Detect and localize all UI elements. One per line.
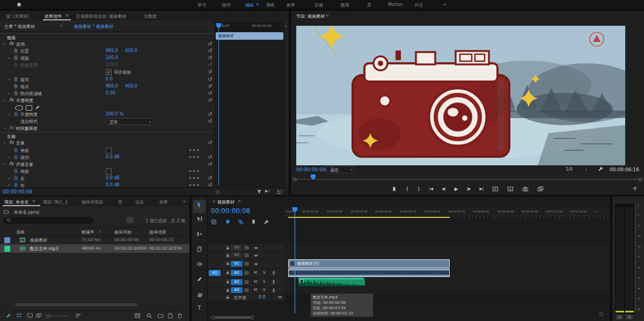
ec-group-time-remap[interactable]: > fx 时间重映射: [0, 125, 213, 132]
add-marker-button[interactable]: [391, 186, 397, 192]
automate-to-sequence-button[interactable]: [134, 312, 141, 319]
tab-libraries[interactable]: 库: [118, 199, 122, 205]
tab-effect-controls[interactable]: 效果控件: [45, 13, 62, 19]
home-icon[interactable]: [16, 2, 22, 8]
clip-audio-selected[interactable]: [288, 268, 450, 277]
timeline-panel-menu-icon[interactable]: ≡: [238, 199, 241, 203]
ec-timecode[interactable]: 00:00:00:08: [3, 189, 32, 194]
solo-button[interactable]: S: [263, 280, 265, 284]
expand-icon[interactable]: >: [8, 91, 10, 95]
sync-lock-icon[interactable]: [244, 261, 249, 266]
lock-icon[interactable]: [225, 295, 230, 300]
lock-icon[interactable]: [225, 279, 230, 284]
master-gain-value[interactable]: 0.0: [259, 295, 266, 300]
track-target-a3[interactable]: A3: [231, 287, 243, 293]
search-bin-icon[interactable]: [126, 217, 134, 223]
workspace-editing-menu-icon[interactable]: ≡: [256, 2, 259, 6]
resolution-arrow-icon[interactable]: ∨: [585, 167, 587, 171]
extract-button[interactable]: [507, 186, 514, 192]
nested-sequence-toggle-icon[interactable]: [211, 219, 217, 225]
step-back-button[interactable]: ◀|: [442, 187, 446, 191]
reset-icon[interactable]: ↺: [208, 154, 212, 160]
collapse-icon[interactable]: ∨: [3, 141, 5, 144]
workspace-effects[interactable]: 效果: [287, 2, 295, 8]
stopwatch-icon[interactable]: [13, 84, 19, 89]
sync-lock-icon[interactable]: [244, 245, 249, 250]
export-frame-button[interactable]: [522, 186, 529, 192]
expand-icon[interactable]: >: [3, 126, 6, 130]
collapse-icon[interactable]: ∨: [3, 162, 5, 166]
ec-group-opacity[interactable]: ∨ fx 不透明度 ↺: [0, 97, 213, 104]
timeline-timecode[interactable]: 00:00:00:08: [211, 207, 250, 215]
expand-icon[interactable]: >: [8, 155, 10, 159]
solo-button[interactable]: S: [263, 271, 265, 275]
column-rate[interactable]: 帧速率: [82, 229, 94, 235]
workspace-editing[interactable]: 编辑: [245, 2, 254, 8]
razor-tool[interactable]: [193, 246, 206, 258]
mini-playhead-marker[interactable]: [216, 23, 221, 28]
ec-master-clip-selector[interactable]: 主要 * 视频素材: [4, 24, 35, 30]
scale-value[interactable]: 100.0: [106, 55, 118, 60]
mark-in-button[interactable]: {: [406, 186, 409, 192]
settings-wrench-icon[interactable]: [598, 166, 604, 172]
ellipse-mask-icon[interactable]: [15, 105, 23, 111]
reset-icon[interactable]: ↺: [208, 161, 212, 167]
workspace-audio[interactable]: 音频: [314, 2, 323, 8]
tab-media-browser[interactable]: 媒体浏览器: [82, 199, 103, 205]
sync-lock-icon[interactable]: [244, 288, 249, 293]
track-target-v3[interactable]: V3: [231, 245, 243, 251]
collapse-icon[interactable]: ∨: [3, 42, 5, 46]
opacity-value[interactable]: 100.0 %: [106, 112, 123, 116]
reset-icon[interactable]: ↺: [208, 97, 212, 104]
playback-resolution-dropdown[interactable]: 1/4: [566, 167, 573, 172]
collapse-icon[interactable]: ∨: [3, 98, 5, 102]
blend-mode-dropdown[interactable]: 正常 ∨: [106, 118, 154, 125]
lock-icon[interactable]: [225, 245, 230, 250]
scroll-track-end[interactable]: [599, 312, 603, 316]
new-item-button[interactable]: [167, 312, 173, 319]
track-target-v1[interactable]: V1: [231, 261, 243, 267]
ec-section-audio[interactable]: 音频 ▲: [0, 132, 213, 140]
clip-video-selected[interactable]: 视频素材 [V]: [288, 259, 450, 268]
tab-effect-controls-menu-icon[interactable]: ≡: [65, 13, 69, 18]
solo-right-button[interactable]: S: [626, 315, 633, 319]
stopwatch-icon[interactable]: [13, 155, 19, 160]
workspace-libraries[interactable]: 库: [367, 2, 371, 8]
go-to-out-button[interactable]: ▶|: [479, 187, 484, 191]
project-panel-menu-icon[interactable]: ≡: [32, 199, 35, 203]
icon-view-button[interactable]: [27, 312, 33, 319]
hand-tool[interactable]: [193, 291, 206, 303]
bypass-checkbox[interactable]: [106, 148, 112, 154]
mark-out-button[interactable]: }: [418, 186, 421, 192]
reset-icon[interactable]: ↺: [208, 48, 212, 54]
stopwatch-icon[interactable]: [13, 77, 19, 82]
track-target-a1[interactable]: A1: [231, 270, 243, 276]
timeline-hscrollbar-track[interactable]: [209, 316, 609, 319]
stopwatch-icon[interactable]: [13, 91, 19, 96]
workspace-assembly[interactable]: 组件: [222, 2, 231, 8]
solo-left-button[interactable]: S: [616, 315, 623, 319]
stopwatch-icon[interactable]: [13, 176, 19, 181]
ripple-edit-tool[interactable]: [193, 231, 206, 243]
column-name[interactable]: 名称: [16, 229, 25, 235]
project-row-audio-selected[interactable]: 配音文件.mp3 48000 Hz 00:00:00:00000 00:00:0…: [0, 244, 189, 253]
solo-button[interactable]: S: [263, 288, 265, 292]
mute-button[interactable]: M: [254, 288, 257, 292]
anchor-x-value[interactable]: 960.0: [106, 84, 118, 89]
pen-mask-icon[interactable]: [35, 105, 40, 110]
lane-v2[interactable]: [284, 252, 609, 260]
track-output-eye-icon[interactable]: [253, 245, 259, 251]
anchor-y-value[interactable]: 400.0: [125, 84, 137, 89]
reset-icon[interactable]: ↺: [208, 76, 212, 83]
button-editor-plus[interactable]: +: [632, 185, 638, 192]
reset-icon[interactable]: ↺: [208, 175, 212, 181]
source-patch-a1[interactable]: A1: [209, 270, 221, 276]
play-button[interactable]: ▶: [455, 186, 458, 192]
comparison-view-button[interactable]: [537, 186, 544, 192]
program-scrub-bar[interactable]: [293, 174, 642, 181]
timeline-settings-wrench-icon[interactable]: [264, 219, 269, 225]
reset-icon[interactable]: ↺: [208, 118, 212, 125]
meter-bar-left[interactable]: [615, 204, 625, 314]
reset-icon[interactable]: ↺: [208, 140, 212, 146]
tab-timeline-sequence[interactable]: 视频素材: [217, 199, 235, 205]
